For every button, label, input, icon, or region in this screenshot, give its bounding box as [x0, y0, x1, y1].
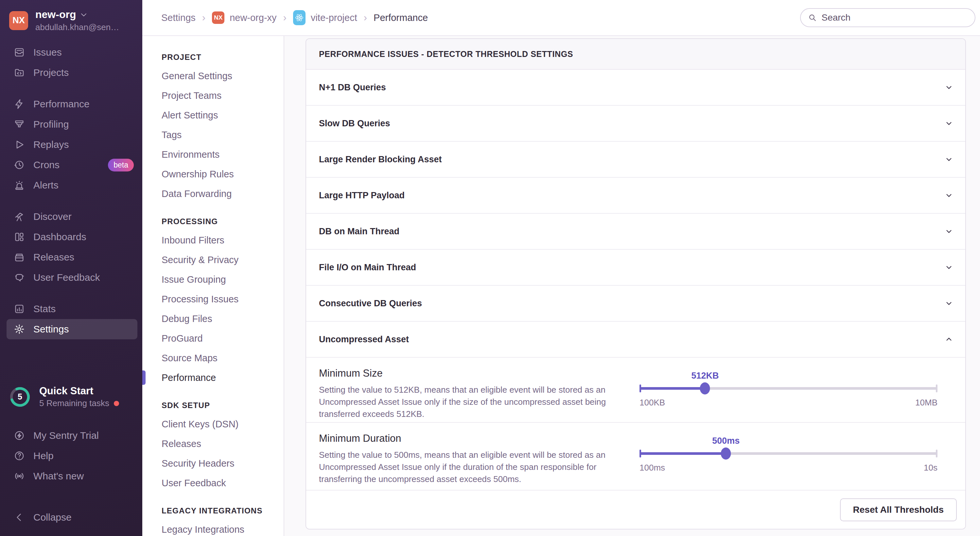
detector-row[interactable]: Large HTTP Payload: [306, 178, 965, 214]
settings-nav-item[interactable]: Security & Privacy: [162, 250, 283, 270]
sidebar-item-label: Settings: [33, 324, 69, 335]
breadcrumb-item[interactable]: Performance: [364, 12, 428, 24]
sidebar-item[interactable]: Crons beta: [0, 155, 142, 175]
detector-row[interactable]: Consecutive DB Queries: [306, 286, 965, 322]
content-area: PERFORMANCE ISSUES - DETECTOR THRESHOLD …: [284, 36, 980, 536]
sidebar-item[interactable]: Discover: [0, 206, 142, 227]
reset-all-thresholds-button[interactable]: Reset All Thresholds: [840, 498, 957, 521]
slider-track[interactable]: [640, 387, 937, 390]
sidebar-footer-item[interactable]: What's new: [0, 466, 142, 486]
notification-dot: [114, 401, 119, 406]
sidebar-footer-item[interactable]: Help: [0, 446, 142, 466]
collapse-label: Collapse: [33, 512, 72, 523]
search-input[interactable]: [821, 13, 967, 23]
inbox-icon: [14, 47, 25, 58]
sidebar-item[interactable]: Projects: [0, 62, 142, 83]
detector-row[interactable]: Slow DB Queries: [306, 106, 965, 142]
chevron-down-icon: [943, 228, 955, 235]
slider-thumb[interactable]: [721, 448, 731, 460]
threshold-setting: Minimum Duration Setting the value to 50…: [306, 423, 965, 491]
sidebar-footer-item[interactable]: My Sentry Trial: [0, 425, 142, 446]
breadcrumb-item[interactable]: NX new-org-xy: [202, 11, 277, 24]
settings-nav-item[interactable]: Processing Issues: [162, 289, 283, 309]
settings-nav-label: Tags: [162, 129, 181, 140]
settings-nav-item[interactable]: Environments: [162, 145, 283, 164]
quick-start-count: 5: [9, 386, 31, 408]
settings-nav-item[interactable]: SDK SETUP: [162, 397, 283, 414]
panel-title: PERFORMANCE ISSUES - DETECTOR THRESHOLD …: [319, 49, 573, 59]
sidebar-item-label: Crons: [33, 160, 59, 171]
org-switcher[interactable]: NX new-org abdullah.khan@sen…: [0, 0, 142, 40]
sidebar-item[interactable]: User Feedback: [0, 267, 142, 288]
settings-nav-item[interactable]: PROCESSING: [162, 213, 283, 230]
sidebar-item[interactable]: [0, 195, 142, 206]
settings-nav-label: ProGuard: [162, 333, 203, 344]
collapse-sidebar-button[interactable]: Collapse: [0, 507, 142, 528]
breadcrumb-item[interactable]: vite-project: [283, 10, 357, 25]
settings-nav-item[interactable]: Source Maps: [162, 348, 283, 368]
sidebar-item[interactable]: Alerts: [0, 175, 142, 195]
breadcrumb: Settings NX new-org-xy vite-project Perf…: [161, 10, 428, 25]
sidebar-item[interactable]: Performance: [0, 94, 142, 114]
sidebar-item[interactable]: Releases: [0, 247, 142, 267]
search-box: [800, 8, 975, 27]
detector-row[interactable]: Uncompressed Asset: [306, 322, 965, 358]
settings-nav-item[interactable]: Data Forwarding: [162, 184, 283, 204]
detector-row-label: Consecutive DB Queries: [319, 298, 422, 309]
sidebar-item[interactable]: [0, 83, 142, 94]
panel-header: PERFORMANCE ISSUES - DETECTOR THRESHOLD …: [306, 39, 965, 70]
threshold-setting: Minimum Size Setting the value to 512KB,…: [306, 358, 965, 423]
settings-nav-item[interactable]: Debug Files: [162, 309, 283, 329]
settings-nav-item[interactable]: Inbound Filters: [162, 230, 283, 250]
sidebar-item[interactable]: Issues: [0, 42, 142, 62]
settings-nav-label: SDK SETUP: [162, 401, 210, 410]
settings-nav-label: Releases: [162, 439, 201, 449]
settings-nav-label: Project Teams: [162, 90, 221, 101]
settings-nav-item[interactable]: LEGACY INTEGRATIONS: [162, 502, 283, 520]
settings-nav-item[interactable]: Legacy Integrations: [162, 520, 283, 536]
settings-nav-item[interactable]: PROJECT: [162, 48, 283, 66]
slider-track[interactable]: [640, 452, 937, 455]
settings-nav-item[interactable]: Tags: [162, 125, 283, 145]
sidebar-item[interactable]: Replays: [0, 134, 142, 155]
settings-nav-item[interactable]: Issue Grouping: [162, 270, 283, 289]
settings-nav: PROJECT General Settings Project Teams A…: [142, 36, 284, 536]
settings-nav-item[interactable]: Releases: [162, 434, 283, 453]
panel-footer: Reset All Thresholds: [306, 491, 965, 529]
settings-nav-item[interactable]: ProGuard: [162, 329, 283, 348]
user-email: abdullah.khan@sen…: [35, 22, 119, 32]
settings-nav-item[interactable]: Alert Settings: [162, 105, 283, 125]
settings-nav-item[interactable]: Client Keys (DSN): [162, 414, 283, 434]
sidebar-item[interactable]: Dashboards: [0, 227, 142, 247]
threshold-slider: 500ms 100ms 10s: [640, 432, 937, 490]
settings-nav-item[interactable]: Project Teams: [162, 86, 283, 105]
detector-row[interactable]: DB on Main Thread: [306, 214, 965, 250]
profiling-icon: [14, 119, 25, 130]
feedback-icon: [14, 272, 25, 283]
breadcrumb-label: new-org-xy: [230, 13, 277, 23]
quick-start-title: Quick Start: [39, 385, 119, 397]
slider-start-tick: [640, 384, 641, 392]
settings-nav-item[interactable]: Security Headers: [162, 453, 283, 473]
sidebar-item[interactable]: Profiling: [0, 114, 142, 134]
breadcrumb-label: vite-project: [311, 13, 357, 23]
chevron-down-icon: [943, 264, 955, 271]
sidebar-item[interactable]: [0, 288, 142, 299]
quick-start-progress-ring: 5: [9, 386, 31, 408]
settings-nav-item[interactable]: User Feedback: [162, 473, 283, 493]
folder-code-icon: [14, 67, 25, 78]
settings-nav-item[interactable]: Performance: [162, 368, 283, 388]
detector-row-label: DB on Main Thread: [319, 227, 399, 236]
sidebar-item-label: Projects: [33, 67, 69, 78]
settings-nav-item[interactable]: Ownership Rules: [162, 164, 283, 184]
detector-row[interactable]: N+1 DB Queries: [306, 70, 965, 106]
quick-start[interactable]: 5 Quick Start 5 Remaining tasks: [0, 385, 142, 408]
sidebar-item[interactable]: Settings: [6, 319, 137, 339]
settings-nav-item[interactable]: General Settings: [162, 66, 283, 86]
slider-thumb[interactable]: [700, 383, 710, 395]
siren-icon: [14, 180, 25, 191]
detector-row[interactable]: File I/O on Main Thread: [306, 250, 965, 286]
breadcrumb-item[interactable]: Settings: [161, 13, 196, 23]
detector-row[interactable]: Large Render Blocking Asset: [306, 142, 965, 178]
sidebar-item[interactable]: Stats: [0, 299, 142, 319]
